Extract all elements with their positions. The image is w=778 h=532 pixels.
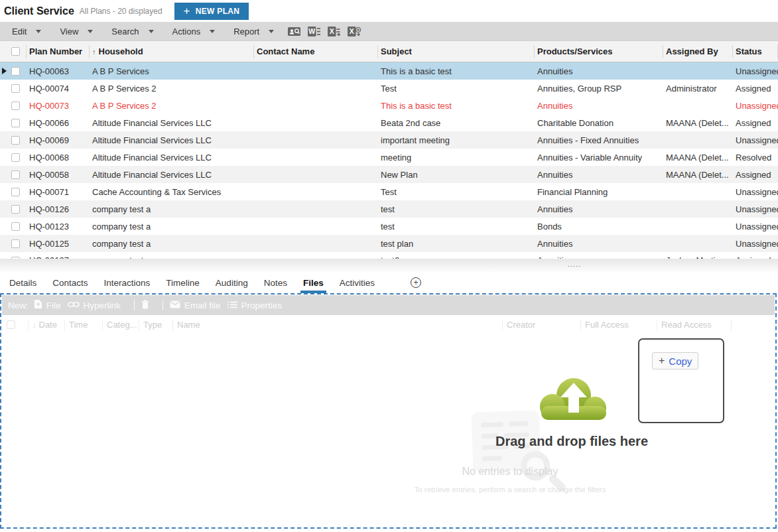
chevron-down-icon <box>210 30 215 33</box>
splitter-handle-icon[interactable]: ..... <box>568 260 581 268</box>
cell-status: Resolved <box>733 153 778 163</box>
excel-export-icon[interactable]: X <box>327 26 341 37</box>
row-checkbox[interactable] <box>11 67 20 76</box>
row-checkbox[interactable] <box>11 119 20 127</box>
tab-timeline[interactable]: Timeline <box>166 273 200 293</box>
excel-add-icon[interactable]: X <box>347 26 361 37</box>
row-gutter <box>0 166 8 183</box>
table-row[interactable]: HQ-00074A B P Services 2TestAnnuities, G… <box>0 80 778 97</box>
cell-status: Unassigned <box>733 222 778 232</box>
no-entries-text: No entries to display <box>377 466 643 478</box>
plus-icon: + <box>659 355 665 367</box>
files-column-read-access[interactable]: Read Access <box>657 319 732 331</box>
cell-products-services: Bonds <box>535 222 663 232</box>
delete-file-button[interactable] <box>141 300 149 311</box>
files-select-all-checkbox[interactable] <box>7 320 15 329</box>
cell-products-services: Annuities - Fixed Annuities <box>535 135 663 145</box>
row-gutter <box>0 200 8 218</box>
files-column-date[interactable]: ↓Date <box>29 319 65 331</box>
files-column-label: Time <box>69 320 88 330</box>
table-row[interactable]: HQ-00068Altitude Financial Services LLCm… <box>0 149 778 166</box>
column-header-subject[interactable]: Subject <box>378 45 535 58</box>
menu-actions[interactable]: Actions <box>161 22 222 40</box>
email-file-button[interactable]: Email file <box>170 300 221 310</box>
file-plus-icon <box>34 299 42 311</box>
properties-button[interactable]: Properties <box>227 300 283 310</box>
column-header-status[interactable]: Status <box>733 45 778 58</box>
row-checkbox[interactable] <box>11 136 20 145</box>
cell-status: Unassigned <box>733 66 778 76</box>
row-checkbox[interactable] <box>11 188 20 196</box>
table-row[interactable]: HQ-00126company test atestAnnuitiesUnass… <box>0 200 778 218</box>
cell-products-services: Annuities <box>535 101 663 111</box>
new-plan-button[interactable]: + NEW PLAN <box>174 3 249 20</box>
tab-auditing[interactable]: Auditing <box>216 273 248 293</box>
tab-activities[interactable]: Activities <box>340 273 375 293</box>
table-row[interactable]: HQ-00058Altitude Financial Services LLCN… <box>0 166 778 183</box>
files-select-all-cell <box>2 319 29 331</box>
table-row[interactable]: HQ-00127company test atest2AnnuitiesJosh… <box>0 252 778 259</box>
pane-splitter[interactable]: ..... <box>0 259 778 272</box>
row-select-cell <box>8 166 27 183</box>
table-row[interactable]: HQ-00071Cache Accounting & Tax ServicesT… <box>0 183 778 200</box>
cell-subject: test plan <box>378 239 535 249</box>
copy-button[interactable]: + Copy <box>652 352 698 369</box>
cell-household: company test a <box>90 252 254 259</box>
tab-files[interactable]: Files <box>303 273 324 293</box>
menu-view[interactable]: View <box>48 22 99 40</box>
cell-status: Assigned <box>733 84 778 94</box>
contact-search-icon[interactable] <box>287 26 301 37</box>
table-row[interactable]: HQ-00066Altitude Financial Services LLCB… <box>0 114 778 131</box>
column-header-contact-name[interactable]: Contact Name <box>254 45 378 58</box>
column-header-plan-number[interactable]: Plan Number <box>27 45 90 58</box>
cell-status: Unassigned <box>733 239 778 249</box>
files-column-name[interactable]: Name <box>173 319 503 331</box>
files-column-full-access[interactable]: Full Access <box>581 319 657 331</box>
table-row[interactable]: HQ-00125company test atest planAnnuities… <box>0 235 778 252</box>
table-row[interactable]: HQ-00123company test atestBondsUnassigne… <box>0 218 778 235</box>
cell-household: A B P Services <box>90 66 254 76</box>
table-row[interactable]: HQ-00069Altitude Financial Services LLCi… <box>0 131 778 149</box>
row-checkbox[interactable] <box>11 170 20 179</box>
row-gutter <box>0 80 8 97</box>
row-select-cell <box>8 235 27 252</box>
word-export-icon[interactable]: W <box>307 26 321 37</box>
row-checkbox[interactable] <box>11 84 20 93</box>
tab-interactions[interactable]: Interactions <box>104 273 151 293</box>
cell-household: Cache Accounting & Tax Services <box>90 187 254 197</box>
column-header-products-services[interactable]: Products/Services <box>535 45 663 58</box>
table-row[interactable]: HQ-00063A B P ServicesThis is a basic te… <box>0 62 778 80</box>
tab-details[interactable]: Details <box>9 273 36 293</box>
cell-products-services: Annuities - Variable Annuity <box>535 153 663 163</box>
tab-notes[interactable]: Notes <box>264 273 287 293</box>
cell-household: Altitude Financial Services LLC <box>90 135 254 145</box>
files-column-categ-[interactable]: Categ... <box>103 319 139 331</box>
column-header-assigned-by[interactable]: Assigned By <box>663 45 733 58</box>
files-dropzone[interactable]: New: File Hyperlink Email file Propertie… <box>0 293 777 529</box>
cell-subject: test2 <box>378 252 535 259</box>
menu-search[interactable]: Search <box>99 22 160 40</box>
row-checkbox[interactable] <box>11 239 20 248</box>
select-all-checkbox[interactable] <box>11 47 20 56</box>
row-checkbox[interactable] <box>11 101 20 110</box>
new-file-button[interactable]: File <box>34 299 61 311</box>
cell-household: Altitude Financial Services LLC <box>90 153 254 163</box>
files-column-type[interactable]: Type <box>139 319 173 331</box>
row-checkbox[interactable] <box>11 153 20 162</box>
row-checkbox[interactable] <box>11 205 20 214</box>
cell-subject: important meeting <box>378 135 535 145</box>
add-tab-button[interactable]: + <box>411 277 421 288</box>
upload-cloud-icon <box>535 373 613 429</box>
cell-assigned-by: Administrator <box>663 84 733 94</box>
new-hyperlink-button[interactable]: Hyperlink <box>68 300 121 310</box>
tab-contacts[interactable]: Contacts <box>52 273 88 293</box>
files-column-creator[interactable]: Creator <box>503 319 581 331</box>
files-column-time[interactable]: Time <box>65 319 103 331</box>
menu-edit[interactable]: Edit <box>0 22 48 40</box>
menu-report[interactable]: Report <box>222 22 281 40</box>
table-row[interactable]: HQ-00073A B P Services 2This is a basic … <box>0 97 778 114</box>
row-checkbox[interactable] <box>11 222 20 231</box>
detail-tabbar: DetailsContactsInteractionsTimelineAudit… <box>0 272 778 293</box>
column-header-household[interactable]: ↑Household <box>90 45 254 58</box>
drag-copy-badge: + Copy <box>638 338 724 423</box>
